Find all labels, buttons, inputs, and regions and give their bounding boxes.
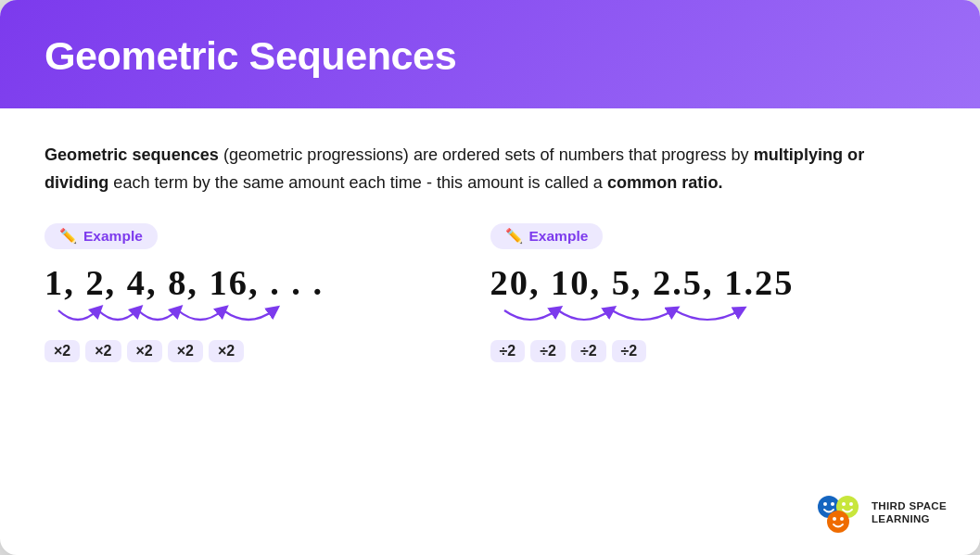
content: Geometric sequences (geometric progressi…: [0, 108, 980, 555]
example-block-2: ✏️ Example 20, 10, 5, 2.5, 1.25: [490, 223, 936, 362]
sequence-2: 20, 10, 5, 2.5, 1.25: [490, 262, 795, 303]
intro-bold1: Geometric sequences: [45, 145, 219, 164]
logo-icon: [814, 490, 862, 535]
svg-point-10: [840, 517, 844, 521]
mult-badge-1-2: ×2: [127, 340, 162, 362]
page-title: Geometric Sequences: [45, 33, 935, 79]
arrows-svg-2: [490, 303, 796, 334]
intro-paragraph: Geometric sequences (geometric progressi…: [45, 142, 879, 197]
example-label-1: Example: [83, 228, 143, 245]
example-badge-2: ✏️ Example: [490, 223, 604, 249]
svg-point-8: [849, 502, 853, 506]
sequence-1: 1, 2, 4, 8, 16, . . .: [45, 262, 324, 303]
mult-badge-1-1: ×2: [85, 340, 121, 362]
example-block-1: ✏️ Example 1, 2, 4, 8, 16, . . .: [45, 223, 490, 362]
arrows-svg-1: [45, 303, 313, 334]
card: Geometric Sequences Geometric sequences …: [0, 0, 980, 555]
examples-row: ✏️ Example 1, 2, 4, 8, 16, . . .: [45, 223, 935, 362]
mult-badge-1-0: ×2: [45, 340, 80, 362]
example-label-2: Example: [529, 228, 589, 245]
svg-point-7: [842, 502, 846, 506]
multipliers-row-2: ÷2 ÷2 ÷2 ÷2: [490, 340, 647, 362]
svg-point-9: [833, 517, 836, 521]
header: Geometric Sequences: [0, 0, 980, 108]
div-badge-2-0: ÷2: [490, 340, 526, 362]
pencil-icon-1: ✏️: [59, 228, 77, 245]
logo-text: THIRD SPACELEARNING: [872, 499, 947, 526]
intro-part2: (geometric progressions) are ordered set…: [223, 145, 754, 164]
mult-badge-1-4: ×2: [209, 340, 244, 362]
logo-area: THIRD SPACELEARNING: [814, 490, 947, 535]
intro-part3: each term by the same amount each time -…: [113, 173, 607, 192]
intro-bold3: common ratio.: [607, 173, 723, 192]
div-badge-2-3: ÷2: [612, 340, 647, 362]
example-badge-1: ✏️ Example: [45, 223, 158, 249]
svg-point-4: [827, 511, 849, 533]
svg-point-6: [831, 502, 834, 506]
pencil-icon-2: ✏️: [505, 228, 523, 245]
div-badge-2-2: ÷2: [571, 340, 606, 362]
svg-point-5: [823, 502, 827, 506]
multipliers-row-1: ×2 ×2 ×2 ×2 ×2: [45, 340, 244, 362]
mult-badge-1-3: ×2: [168, 340, 203, 362]
div-badge-2-1: ÷2: [530, 340, 566, 362]
